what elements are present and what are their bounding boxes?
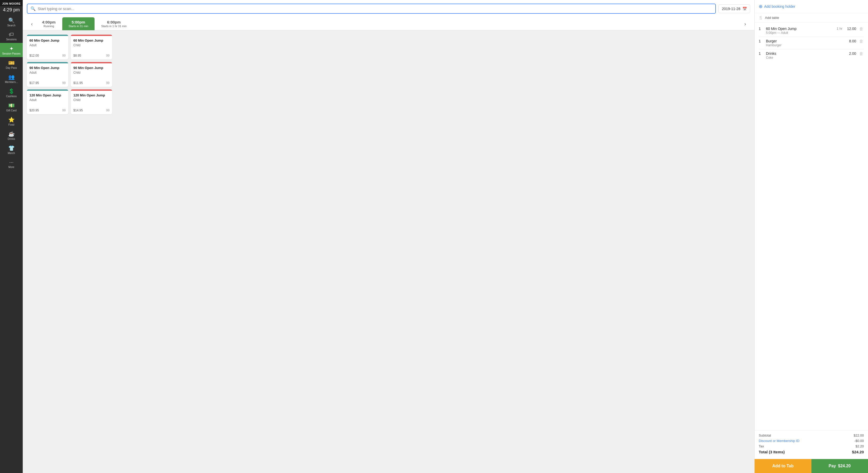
subtotal-value: $22.00 (854, 434, 864, 437)
product-card-120-adult[interactable]: 120 Min Open Jump Adult $20.95 99 (27, 89, 68, 114)
timeslot-status-2: Starts in 1 hr 31 min (101, 25, 127, 28)
discount-row: Discount or Membership ID -$0.00 (759, 439, 864, 443)
action-buttons: Add to Tab Pay $24.20 (754, 459, 868, 473)
timeslot-next-button[interactable]: › (742, 20, 748, 28)
merch-icon: 👕 (8, 145, 15, 151)
product-card-90-child[interactable]: 90 Min Open Jump Child $11.95 99 (71, 62, 112, 87)
product-count-60-child: 99 (106, 54, 110, 57)
timeslot-tab-1[interactable]: 5:00pm Starts in 31 min (62, 17, 94, 30)
products-area: 60 Min Open Jump Adult $12.00 99 60 Min … (23, 30, 754, 473)
right-panel: ⊕ Add booking holder 🍴 Add table 1 60 Mi… (754, 0, 868, 473)
sidebar-item-drinks[interactable]: ☕ Drinks (0, 128, 23, 142)
food-icon: ⭐ (8, 117, 15, 123)
add-table-row[interactable]: 🍴 Add table (754, 13, 868, 23)
sidebar-item-food[interactable]: ⭐ Food (0, 114, 23, 128)
order-item-name-0: 60 Min Open Jump (766, 27, 834, 31)
sessions-icon: 🏷 (9, 32, 14, 37)
add-booking-button[interactable]: ⊕ Add booking holder (759, 4, 796, 9)
drinks-icon: ☕ (8, 131, 15, 137)
product-card-body: 90 Min Open Jump Child (71, 63, 112, 76)
product-card-body: 60 Min Open Jump Child (71, 36, 112, 49)
product-sub-120-adult: Adult (29, 98, 66, 102)
add-table-label: Add table (765, 16, 779, 20)
sidebar-item-day-pass[interactable]: 🎫 Day Pass (0, 57, 23, 71)
product-name-90-child: 90 Min Open Jump (73, 66, 110, 70)
search-icon: 🔍 (8, 17, 15, 24)
timeslot-row: ‹ 4:00pm Running5:00pm Starts in 31 min6… (27, 17, 750, 30)
timeslot-tab-2[interactable]: 6:00pm Starts in 1 hr 31 min (95, 17, 133, 30)
pay-amount: $24.20 (838, 464, 851, 468)
plus-circle-icon: ⊕ (759, 4, 763, 9)
search-input-wrap: 🔍 (27, 4, 716, 14)
sidebar-username: JON MOORE (0, 2, 23, 5)
main-content: 🔍 2019-11-28 📅 ‹ 4:00pm Running5:00pm St… (23, 0, 754, 473)
product-card-body: 60 Min Open Jump Adult (27, 36, 68, 49)
order-item-delete-0[interactable]: 🗑 (859, 27, 864, 31)
search-icon: 🔍 (30, 6, 36, 11)
product-count-60-adult: 99 (62, 54, 66, 57)
date-display[interactable]: 2019-11-28 📅 (718, 4, 750, 13)
product-card-body: 90 Min Open Jump Adult (27, 63, 68, 76)
product-price-60-child: $8.95 (73, 54, 81, 57)
sidebar-item-search[interactable]: 🔍 Search (0, 15, 23, 29)
product-price-120-child: $14.95 (73, 109, 83, 112)
sidebar-label-search: Search (7, 24, 16, 27)
timeslot-tab-0[interactable]: 4:00pm Running (36, 17, 62, 30)
product-price-90-child: $11.95 (73, 81, 83, 85)
sidebar-item-cashless[interactable]: 💲 Cashless (0, 86, 23, 100)
tax-row: Tax $2.20 (759, 444, 864, 448)
more-icon: ··· (9, 159, 14, 165)
pay-button[interactable]: Pay $24.20 (811, 459, 868, 473)
calendar-icon: 📅 (742, 7, 747, 11)
product-card-body: 120 Min Open Jump Adult (27, 91, 68, 104)
tax-label: Tax (759, 444, 764, 448)
sidebar-item-members[interactable]: 👥 Members... (0, 71, 23, 86)
order-item-delete-2[interactable]: 🗑 (859, 52, 864, 56)
order-item-sub-1: Hamburger (766, 43, 846, 47)
timeslot-status-0: Running (42, 25, 56, 28)
order-item-price-1: 8.00 (849, 39, 856, 43)
sidebar-item-more[interactable]: ··· More (0, 157, 23, 171)
product-sub-60-adult: Adult (29, 43, 66, 47)
order-item-qty-0: 1 (759, 27, 764, 31)
pay-label: Pay (829, 464, 836, 468)
product-card-120-child[interactable]: 120 Min Open Jump Child $14.95 99 (71, 89, 112, 114)
sidebar-label-session-passes: Session Passes (2, 52, 21, 55)
total-label: Total (3 Items) (759, 450, 785, 454)
sidebar-label-merch: Merch (8, 152, 15, 154)
search-input[interactable] (38, 6, 712, 11)
product-name-60-child: 60 Min Open Jump (73, 38, 110, 43)
timeslot-time-1: 5:00pm (68, 20, 88, 24)
discount-link[interactable]: Discount or Membership ID (759, 439, 800, 443)
order-item-name-1: Burger (766, 39, 846, 43)
product-card-90-adult[interactable]: 90 Min Open Jump Adult $17.95 99 (27, 62, 68, 87)
sidebar: JON MOORE 4:29 pm 🔍 Search🏷 Sessions✦ Se… (0, 0, 23, 473)
sidebar-item-merch[interactable]: 👕 Merch (0, 142, 23, 157)
sidebar-item-sessions[interactable]: 🏷 Sessions (0, 29, 23, 43)
product-count-120-adult: 99 (62, 109, 66, 112)
product-count-90-adult: 99 (62, 81, 66, 85)
product-card-60-child[interactable]: 60 Min Open Jump Child $8.95 99 (71, 35, 112, 59)
product-card-body: 120 Min Open Jump Child (71, 91, 112, 104)
product-sub-120-child: Child (73, 98, 110, 102)
sidebar-item-session-passes[interactable]: ✦ Session Passes (0, 43, 23, 57)
order-item-0: 1 60 Min Open Jump 5:00pm — Adult 1 hr 1… (754, 25, 868, 37)
timeslot-prev-button[interactable]: ‹ (29, 20, 35, 28)
sidebar-item-gift-card[interactable]: 💵 Gift Card (0, 100, 23, 114)
order-item-delete-1[interactable]: 🗑 (859, 39, 864, 44)
members-icon: 👥 (8, 74, 15, 80)
order-item-2: 1 Drinks Coke 2.00 🗑 (754, 49, 868, 61)
order-item-name-2: Drinks (766, 52, 846, 56)
tax-value: $2.20 (855, 444, 864, 448)
product-card-60-adult[interactable]: 60 Min Open Jump Adult $12.00 99 (27, 35, 68, 59)
product-price-60-adult: $12.00 (29, 54, 39, 57)
product-name-120-adult: 120 Min Open Jump (29, 93, 66, 98)
sidebar-nav: 🔍 Search🏷 Sessions✦ Session Passes🎫 Day … (0, 15, 23, 473)
add-to-tab-button[interactable]: Add to Tab (754, 459, 811, 473)
sidebar-header: JON MOORE (0, 0, 23, 6)
right-panel-top: ⊕ Add booking holder (754, 0, 868, 13)
timeslot-time-0: 4:00pm (42, 20, 56, 24)
cashless-icon: 💲 (8, 88, 15, 94)
products-grid: 60 Min Open Jump Adult $12.00 99 60 Min … (27, 35, 750, 114)
sidebar-label-more: More (8, 166, 14, 169)
